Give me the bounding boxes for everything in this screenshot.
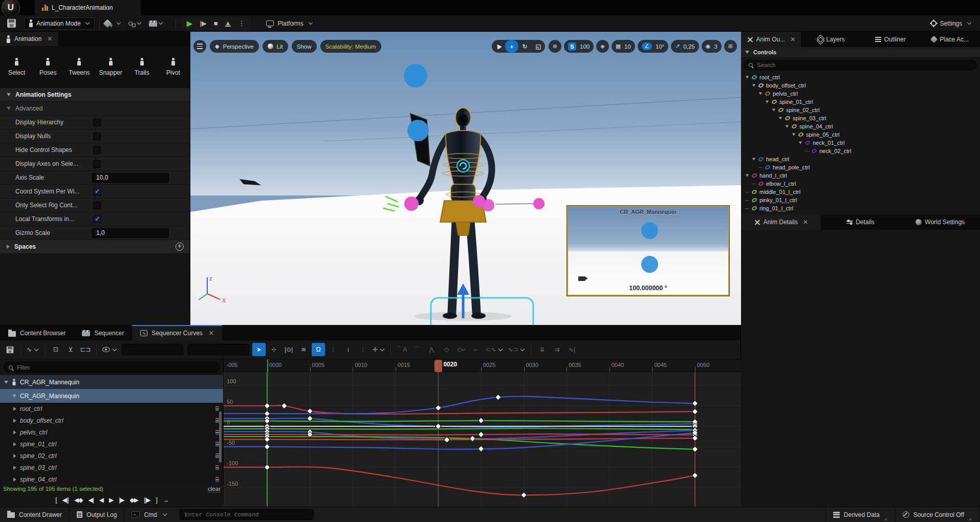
keyframe-diamond[interactable] bbox=[307, 416, 313, 421]
console-command-input[interactable] bbox=[180, 509, 314, 520]
keyframe-diamond[interactable] bbox=[692, 446, 698, 452]
frame-skip-button[interactable]: |▶ bbox=[200, 19, 206, 27]
linear-tangent-button[interactable]: ◇ bbox=[440, 343, 453, 356]
expander-icon[interactable] bbox=[13, 454, 16, 458]
curve-visibility-dropdown[interactable] bbox=[101, 343, 119, 356]
curve-options-dropdown[interactable]: ∿ bbox=[25, 343, 40, 356]
pre-infinity-dropdown[interactable]: ⊂∿ bbox=[484, 343, 505, 356]
weighted-tangent-button[interactable]: ⟜ bbox=[469, 343, 483, 356]
curve-7[interactable] bbox=[224, 434, 695, 435]
keyframe-diamond[interactable] bbox=[692, 401, 698, 406]
keyframe-diamond[interactable] bbox=[264, 444, 270, 449]
tree-item-head_pole_ctrl[interactable]: head_pole_ctrl bbox=[741, 163, 980, 171]
tree-item-pinky_01_l_ctrl[interactable]: pinky_01_l_ctrl bbox=[741, 196, 980, 204]
playhead-marker[interactable] bbox=[434, 360, 442, 372]
tab-anim-details[interactable]: Anim Details✕ bbox=[741, 214, 821, 230]
transform-keys-tool[interactable]: ⊹ bbox=[267, 343, 280, 356]
curve-tree-item-CR_AGR_Mannequin[interactable]: CR_AGR_Mannequin bbox=[0, 389, 223, 403]
tree-item-neck_02_ctrl[interactable]: neck_02_ctrl bbox=[741, 147, 980, 155]
curve-tree-item-pelvis_ctrl[interactable]: pelvis_ctrl bbox=[0, 426, 223, 438]
rotate-tool[interactable]: ↻ bbox=[518, 40, 532, 53]
value-input[interactable] bbox=[92, 228, 169, 238]
break-tangent-button[interactable]: ⋀ bbox=[425, 343, 438, 356]
content-drawer-button[interactable]: Content Drawer bbox=[0, 507, 70, 522]
value-snap-toggle[interactable]: ↕ bbox=[341, 343, 355, 356]
play-forward-button[interactable]: ▶ bbox=[109, 496, 113, 504]
expander-icon[interactable] bbox=[746, 175, 749, 177]
expander-icon[interactable] bbox=[792, 134, 795, 136]
straighten-keys-button[interactable]: ⇉ bbox=[550, 343, 563, 356]
play-options-button[interactable]: ⋮ bbox=[238, 19, 245, 27]
expander-icon[interactable] bbox=[772, 109, 775, 112]
jump-to-start-button[interactable]: [ bbox=[55, 496, 56, 504]
expander-icon[interactable] bbox=[799, 142, 802, 144]
next-key-button[interactable]: ◆▶ bbox=[130, 496, 138, 504]
expander-icon[interactable] bbox=[13, 442, 16, 446]
retime-keys-tool[interactable]: |⊙| bbox=[282, 343, 295, 356]
expander-icon[interactable] bbox=[766, 101, 769, 103]
curve-3[interactable] bbox=[224, 421, 695, 422]
settings-dropdown[interactable]: Settings bbox=[931, 20, 980, 27]
camera-icon[interactable] bbox=[578, 276, 585, 281]
keyframe-diamond[interactable] bbox=[264, 403, 270, 408]
step-back-button[interactable]: ◀| bbox=[88, 496, 93, 504]
level-tab[interactable]: L_CharacterAnimation bbox=[35, 0, 141, 15]
keyframe-diamond[interactable] bbox=[264, 464, 270, 470]
checkbox-unchecked[interactable] bbox=[93, 146, 101, 154]
eject-button[interactable]: ▲ bbox=[225, 20, 231, 27]
hand-control-sphere[interactable] bbox=[404, 197, 419, 211]
constant-tangent-button[interactable]: ◇⌐ bbox=[454, 343, 468, 356]
curve-11[interactable] bbox=[224, 467, 695, 495]
filter-input[interactable] bbox=[16, 364, 214, 371]
cubic-auto-tangent-button[interactable]: ⌒A bbox=[395, 343, 408, 356]
platforms-dropdown[interactable]: Platforms bbox=[266, 20, 313, 27]
checkbox-unchecked[interactable] bbox=[93, 202, 101, 209]
tab-layers[interactable]: Layers bbox=[801, 32, 861, 47]
previous-key-button[interactable]: ◀◆ bbox=[74, 496, 82, 504]
time-snap-toggle[interactable]: Ω bbox=[312, 343, 325, 356]
cinematics-button[interactable] bbox=[149, 20, 163, 27]
keyframe-diamond[interactable] bbox=[478, 431, 484, 437]
tree-item-spine_01_ctrl[interactable]: spine_01_ctrl bbox=[741, 98, 980, 106]
save-curves-button[interactable] bbox=[3, 343, 16, 356]
curve-tree-item-spine_03_ctrl[interactable]: spine_03_ctrl bbox=[0, 462, 223, 473]
step-forward-button[interactable]: |▶ bbox=[119, 496, 124, 504]
time-ruler[interactable]: -005000000050010001500250030003500400045… bbox=[224, 359, 741, 372]
expander-icon[interactable] bbox=[13, 477, 16, 482]
tree-item-spine_04_ctrl[interactable]: spine_04_ctrl bbox=[741, 122, 980, 130]
close-icon[interactable]: ✕ bbox=[803, 219, 808, 226]
clear-filter-link[interactable]: clear bbox=[208, 486, 221, 492]
curve-tree-item-CR_AGR_Mannequin[interactable]: CR_AGR_Mannequin bbox=[0, 375, 223, 389]
output-log-button[interactable]: Output Log bbox=[70, 507, 124, 522]
select-object-tool[interactable] bbox=[492, 40, 505, 53]
rotation-snap[interactable]: ∠10° bbox=[638, 40, 668, 53]
tree-item-spine_05_ctrl[interactable]: spine_05_ctrl bbox=[741, 130, 980, 139]
tree-item-elbow_l_ctrl[interactable]: elbow_l_ctrl bbox=[741, 180, 980, 188]
tree-item-head_ctrl[interactable]: head_ctrl bbox=[741, 155, 980, 163]
hand-control-sphere[interactable] bbox=[482, 199, 494, 211]
curve-tree-item-spine_02_ctrl[interactable]: spine_02_ctrl bbox=[0, 450, 223, 462]
keyframe-diamond[interactable] bbox=[692, 409, 698, 415]
axis-lock-dropdown[interactable]: ✛ bbox=[371, 343, 386, 356]
perspective-dropdown[interactable]: ◆Perspective bbox=[210, 40, 259, 53]
close-icon[interactable]: ✕ bbox=[47, 35, 52, 42]
close-icon[interactable]: ✕ bbox=[790, 36, 795, 43]
tab-content-browser[interactable]: Content Browser bbox=[0, 325, 74, 340]
layer-grid-snap[interactable]: ▦10 bbox=[612, 40, 635, 53]
editor-mode-dropdown[interactable]: Animation Mode bbox=[24, 17, 95, 30]
section-animation-settings[interactable]: Animation Settings bbox=[0, 88, 190, 102]
curve-filter-button[interactable]: ∿| bbox=[565, 343, 578, 356]
coordinate-system[interactable]: ⊕ bbox=[549, 40, 561, 53]
source-control-button[interactable]: Source Control Off bbox=[896, 507, 980, 522]
tool-trails-button[interactable]: Trails bbox=[127, 50, 157, 84]
tool-poses-button[interactable]: Poses bbox=[33, 50, 62, 84]
tab-place-ac-[interactable]: Place Ac... bbox=[920, 32, 980, 47]
control-sphere-blue[interactable] bbox=[404, 64, 427, 88]
loop-mode-button[interactable]: → bbox=[163, 496, 168, 504]
expander-icon[interactable] bbox=[752, 158, 755, 161]
viewport-options-button[interactable] bbox=[193, 40, 206, 53]
scrollbar[interactable] bbox=[219, 411, 222, 463]
curve-tree-item-spine_04_ctrl[interactable]: spine_04_ctrl bbox=[0, 473, 223, 485]
unreal-engine-logo-icon[interactable]: U bbox=[2, 0, 20, 17]
curve-0[interactable] bbox=[224, 405, 695, 414]
